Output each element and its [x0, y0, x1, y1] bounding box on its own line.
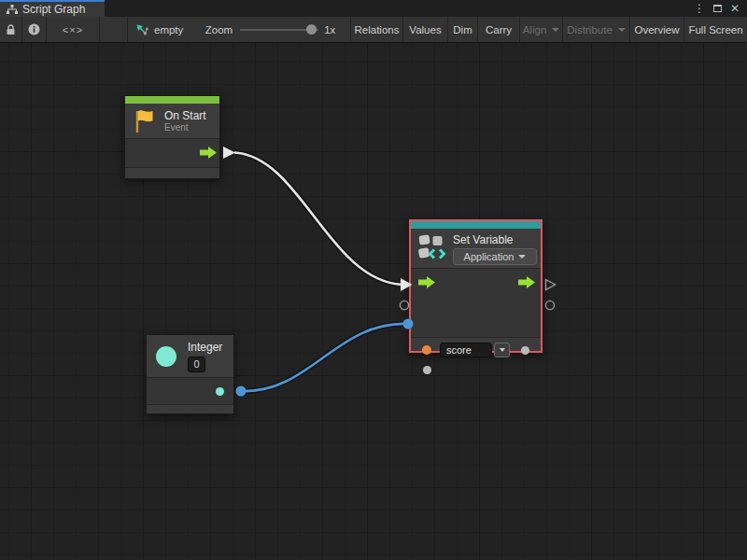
- node-integer[interactable]: Integer 0: [146, 334, 234, 414]
- value-output-port[interactable]: [521, 346, 529, 355]
- proxy-control-output-triangle[interactable]: [544, 278, 557, 291]
- variable-kind-label: Application: [464, 251, 514, 262]
- chevron-down-icon: [618, 28, 626, 32]
- kebab-menu-icon[interactable]: ⋮: [694, 0, 705, 17]
- lock-button[interactable]: [0, 17, 22, 42]
- overview-label: Overview: [635, 24, 680, 35]
- node-on-start[interactable]: On Start Event: [124, 95, 220, 179]
- align-button[interactable]: Align: [520, 17, 563, 42]
- control-wire-halo: [234, 153, 402, 286]
- control-output-port[interactable]: [518, 276, 535, 288]
- node-header[interactable]: On Start Event: [125, 104, 219, 138]
- carry-button[interactable]: Carry: [478, 17, 520, 42]
- control-wire-start-arrow[interactable]: [223, 147, 235, 159]
- node-port-area: score: [411, 268, 541, 338]
- node-set-variable[interactable]: Set Variable Application score: [409, 219, 543, 353]
- relations-label: Relations: [355, 24, 400, 35]
- fullscreen-label: Full Screen: [688, 24, 742, 35]
- tab-title: Script Graph: [22, 3, 85, 16]
- node-port-area: [125, 138, 219, 168]
- graph-tab-icon: [7, 5, 18, 14]
- info-icon: [28, 23, 40, 35]
- toolbar-spacer: [100, 17, 128, 42]
- lock-icon: [6, 24, 16, 35]
- overview-button[interactable]: Overview: [630, 17, 684, 42]
- node-stripe: [125, 96, 219, 104]
- window-tab-bar: Script Graph ⋮ ✕: [0, 0, 747, 17]
- variables-icon: [418, 233, 448, 262]
- value-wire[interactable]: [241, 324, 408, 391]
- variable-name-input-port[interactable]: [422, 345, 431, 355]
- zoom-slider-thumb[interactable]: [306, 24, 317, 35]
- node-title: Integer: [188, 341, 222, 354]
- variable-name-field[interactable]: score: [440, 343, 492, 357]
- variable-name-dropdown-button[interactable]: [494, 343, 510, 357]
- relations-button[interactable]: Relations: [350, 17, 403, 42]
- node-header[interactable]: Set Variable Application: [411, 229, 541, 268]
- node-port-area: [147, 377, 233, 405]
- code-angle-icon: <×>: [63, 24, 83, 35]
- distribute-button[interactable]: Distribute: [563, 17, 630, 42]
- proxy-value-input-circle[interactable]: [399, 300, 410, 311]
- align-label: Align: [523, 24, 547, 35]
- zoom-level-value: 1x: [324, 24, 335, 35]
- values-label: Values: [409, 24, 441, 35]
- graph-breadcrumb[interactable]: empty: [128, 17, 201, 42]
- graph-pointer-icon: [135, 23, 148, 36]
- integer-output-port[interactable]: [216, 387, 224, 396]
- control-output-port[interactable]: [200, 147, 217, 159]
- value-input-port[interactable]: [423, 366, 431, 374]
- window-controls: ⋮ ✕: [694, 0, 747, 17]
- distribute-label: Distribute: [567, 24, 613, 35]
- node-footer: [147, 405, 233, 413]
- variable-kind-dropdown[interactable]: Application: [453, 248, 537, 265]
- proxy-value-output-circle[interactable]: [544, 300, 556, 311]
- zoom-control: Zoom 1x: [201, 17, 345, 42]
- node-stripe: [411, 221, 541, 229]
- value-wire-end-dot[interactable]: [403, 319, 414, 329]
- dim-button[interactable]: Dim: [448, 17, 478, 42]
- info-button[interactable]: [22, 17, 47, 42]
- zoom-label: Zoom: [205, 24, 233, 35]
- flag-icon: [134, 109, 154, 133]
- node-title: Set Variable: [453, 233, 537, 246]
- tab-script-graph[interactable]: Script Graph: [0, 0, 105, 17]
- graph-toolbar: <×> empty Zoom 1x Relations Values Dim C…: [0, 17, 747, 43]
- node-footer: [125, 168, 219, 178]
- circle-literal-icon: [155, 345, 177, 368]
- graph-canvas[interactable]: On Start Event Integer 0: [0, 43, 747, 560]
- dim-label: Dim: [453, 24, 472, 35]
- carry-label: Carry: [486, 24, 512, 35]
- value-wire-start-dot[interactable]: [236, 386, 247, 397]
- chevron-down-icon: [518, 255, 526, 259]
- close-icon[interactable]: ✕: [730, 0, 740, 17]
- chevron-down-icon: [552, 28, 559, 32]
- zoom-slider[interactable]: [240, 24, 318, 35]
- node-title: On Start: [164, 109, 206, 122]
- wire-layer: [0, 43, 747, 560]
- integer-value-field[interactable]: 0: [188, 357, 205, 372]
- fullscreen-button[interactable]: Full Screen: [684, 17, 747, 42]
- maximize-icon[interactable]: [713, 5, 722, 12]
- code-view-button[interactable]: <×>: [47, 17, 100, 42]
- values-button[interactable]: Values: [403, 17, 448, 42]
- node-header[interactable]: Integer 0: [147, 335, 233, 377]
- node-subtitle: Event: [164, 122, 206, 133]
- chevron-down-icon: [500, 348, 505, 352]
- control-input-port[interactable]: [418, 276, 435, 288]
- graph-name-label: empty: [154, 24, 183, 35]
